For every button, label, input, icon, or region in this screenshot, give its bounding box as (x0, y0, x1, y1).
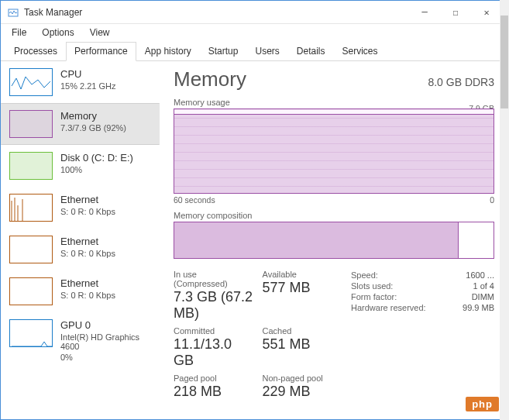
sidebar-item-title: Ethernet (60, 277, 115, 289)
menu-view[interactable]: View (82, 26, 118, 40)
thumb-graph (9, 277, 53, 305)
composition-available (459, 222, 494, 258)
watermark: php (466, 397, 499, 411)
tab-users[interactable]: Users (246, 42, 287, 60)
content: CPU15% 2.21 GHzMemory7.3/7.9 GB (92%)Dis… (1, 61, 508, 419)
memory-composition-graph[interactable] (174, 222, 494, 259)
available-value: 577 MB (263, 280, 342, 296)
menu-file[interactable]: File (4, 26, 34, 40)
spec-row: Form factor:DIMM (351, 291, 494, 302)
maximize-button[interactable]: ☐ (440, 2, 471, 23)
sidebar-item-cpu[interactable]: CPU15% 2.21 GHz (1, 61, 160, 103)
sidebar-item-sub: Intel(R) HD Graphics 4600 (60, 332, 151, 351)
page-title: Memory (174, 67, 246, 91)
tab-processes[interactable]: Processes (5, 42, 66, 60)
sidebar-item-sub2: 0% (60, 353, 151, 362)
sidebar-item-title: Ethernet (60, 236, 115, 247)
usage-graph-label: Memory usage (174, 98, 494, 107)
sidebar-item-sub: 15% 2.21 GHz (60, 81, 116, 91)
x-axis-right: 0 (490, 195, 494, 205)
sidebar-item-title: CPU (60, 68, 116, 80)
paged-value: 218 MB (174, 384, 253, 400)
in-use-value: 7.3 GB (67.2 MB) (174, 289, 253, 322)
sidebar-item-title: Disk 0 (C: D: E:) (60, 152, 133, 164)
thumb-graph (9, 152, 53, 180)
spec-key: Slots used: (351, 281, 393, 291)
sidebar: CPU15% 2.21 GHzMemory7.3/7.9 GB (92%)Dis… (1, 61, 160, 419)
committed-label: Committed (174, 326, 253, 336)
tabs: Processes Performance App history Startu… (1, 41, 508, 61)
spec-value: 1 of 4 (473, 281, 494, 291)
menu-options[interactable]: Options (34, 26, 81, 40)
sidebar-item-title: Memory (60, 110, 126, 122)
thumb-graph (9, 68, 53, 96)
paged-label: Paged pool (174, 374, 253, 383)
tab-app-history[interactable]: App history (136, 42, 200, 60)
spec-value: 99.9 MB (463, 303, 494, 312)
tab-performance[interactable]: Performance (66, 42, 136, 61)
thumb-graph (9, 236, 53, 263)
nonpaged-value: 229 MB (263, 384, 342, 400)
spec-value: DIMM (472, 292, 494, 301)
sidebar-item-gpu-0[interactable]: GPU 0Intel(R) HD Graphics 46000% (1, 312, 160, 369)
sidebar-item-sub: S: 0 R: 0 Kbps (60, 207, 115, 216)
spec-key: Speed: (351, 270, 378, 280)
composition-label: Memory composition (174, 211, 494, 220)
sidebar-item-disk-0-c-d-e-[interactable]: Disk 0 (C: D: E:)100% (1, 145, 160, 187)
cached-label: Cached (263, 326, 342, 336)
spec-value: 1600 ... (466, 270, 494, 280)
committed-value: 11.1/13.0 GB (174, 336, 253, 369)
spec-key: Hardware reserved: (351, 303, 426, 312)
composition-in-use (174, 222, 459, 258)
thumb-graph (9, 319, 53, 347)
app-icon (7, 6, 19, 19)
thumb-graph (9, 194, 53, 222)
in-use-label: In use (Compressed) (174, 270, 253, 288)
minimize-button[interactable]: ─ (409, 2, 440, 23)
sidebar-item-ethernet[interactable]: EthernetS: 0 R: 0 Kbps (1, 229, 160, 270)
thumb-graph (9, 110, 53, 138)
tab-startup[interactable]: Startup (200, 42, 247, 60)
spec-row: Slots used:1 of 4 (351, 281, 494, 291)
nonpaged-label: Non-paged pool (263, 374, 342, 383)
titlebar: Task Manager ─ ☐ ✕ (1, 1, 508, 24)
sidebar-item-title: Ethernet (60, 194, 115, 205)
sidebar-item-ethernet[interactable]: EthernetS: 0 R: 0 Kbps (1, 270, 160, 312)
memory-spec: 8.0 GB DDR3 (428, 76, 494, 88)
sidebar-item-sub: 7.3/7.9 GB (92%) (60, 123, 126, 133)
sidebar-item-sub: S: 0 R: 0 Kbps (60, 249, 115, 258)
sidebar-item-sub: S: 0 R: 0 Kbps (60, 291, 115, 300)
sidebar-item-sub: 100% (60, 165, 133, 174)
memory-usage-graph[interactable] (174, 108, 494, 194)
close-button[interactable]: ✕ (471, 2, 502, 23)
menubar: File Options View (1, 24, 508, 41)
main-panel: Memory 8.0 GB DDR3 Memory usage 7.9 GB 6… (160, 61, 508, 419)
tab-services[interactable]: Services (334, 42, 387, 60)
spec-row: Speed:1600 ... (351, 270, 494, 281)
cached-value: 551 MB (263, 336, 342, 353)
hardware-specs: Speed:1600 ...Slots used:1 of 4Form fact… (351, 270, 494, 405)
sidebar-item-title: GPU 0 (60, 319, 151, 331)
tab-details[interactable]: Details (288, 42, 334, 60)
spec-row: Hardware reserved:99.9 MB (351, 302, 494, 313)
available-label: Available (263, 270, 342, 279)
window-title: Task Manager (24, 7, 409, 18)
sidebar-item-memory[interactable]: Memory7.3/7.9 GB (92%) (1, 103, 160, 145)
sidebar-item-ethernet[interactable]: EthernetS: 0 R: 0 Kbps (1, 187, 160, 229)
x-axis-left: 60 seconds (174, 195, 215, 205)
spec-key: Form factor: (351, 292, 397, 301)
